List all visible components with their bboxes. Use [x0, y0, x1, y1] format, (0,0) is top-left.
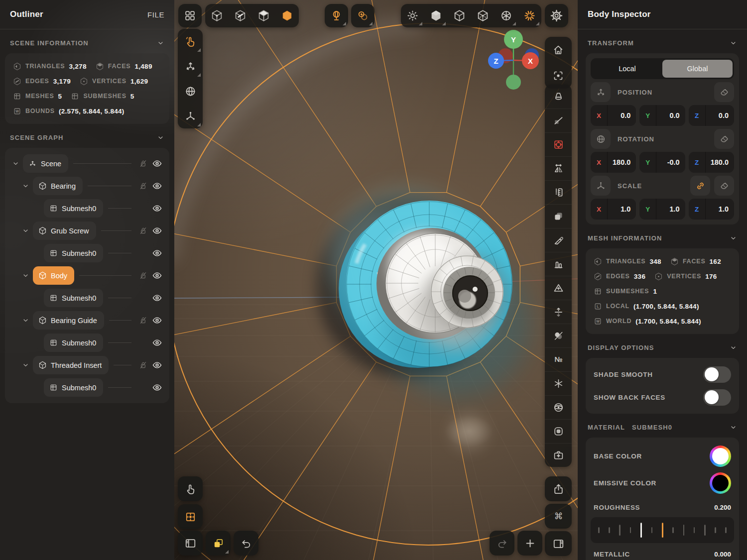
slice-button[interactable]	[545, 109, 572, 132]
home-view-button[interactable]	[545, 37, 572, 63]
globe-view-button[interactable]	[545, 395, 572, 419]
eye-icon[interactable]	[149, 360, 164, 370]
orientation-gimbal[interactable]: Y Z X	[481, 27, 546, 93]
chevron-down-icon[interactable]	[730, 39, 737, 47]
position-x-field[interactable]: X0.0	[591, 105, 636, 126]
eye-icon[interactable]	[149, 382, 164, 393]
rotation-z-field[interactable]: Z180.0	[689, 152, 734, 173]
eye-icon[interactable]	[149, 293, 164, 303]
scale-reset-button[interactable]	[714, 176, 734, 196]
eye-icon[interactable]	[149, 203, 164, 214]
node-grub-screw[interactable]: Grub Screw	[33, 222, 96, 240]
numbering-button[interactable]: №	[545, 347, 572, 371]
mirror-button[interactable]	[545, 156, 572, 180]
position-z-field[interactable]: Z0.0	[689, 105, 734, 126]
space-local-option[interactable]: Local	[592, 60, 662, 78]
scale-tool-button[interactable]	[178, 104, 203, 128]
lathe-button[interactable]	[545, 85, 572, 109]
eye-icon[interactable]	[149, 337, 164, 348]
chevron-down-icon[interactable]	[22, 317, 29, 324]
snap-button[interactable]	[178, 504, 203, 529]
chevron-down-icon[interactable]	[157, 134, 164, 141]
chevron-down-icon[interactable]	[22, 361, 29, 369]
axis-neg-y-dot[interactable]	[506, 75, 521, 90]
select-edge-button[interactable]	[229, 4, 252, 27]
show-back-faces-toggle[interactable]	[703, 389, 731, 406]
shortcuts-button[interactable]: ⌘	[545, 504, 572, 529]
chevron-down-icon[interactable]	[22, 227, 29, 234]
position-reset-button[interactable]	[714, 82, 734, 102]
move-tool-button[interactable]	[178, 54, 203, 79]
extrude-button[interactable]	[545, 300, 572, 324]
lock-slash-icon[interactable]	[136, 226, 149, 235]
node-submesh0[interactable]: Submesh0	[44, 199, 103, 218]
file-button[interactable]: FILE	[147, 10, 164, 19]
position-y-field[interactable]: Y0.0	[639, 105, 685, 126]
repair-button[interactable]	[545, 443, 572, 467]
node-bearing[interactable]: Bearing	[33, 177, 83, 195]
measure-button[interactable]	[545, 180, 572, 204]
node-body[interactable]: Body	[33, 266, 74, 285]
select-face-button[interactable]	[252, 4, 275, 27]
wireframe-view-button[interactable]	[448, 4, 471, 27]
scale-z-field[interactable]: Z1.0	[689, 199, 734, 220]
material-preview-button[interactable]	[545, 419, 572, 443]
eye-icon[interactable]	[149, 270, 164, 281]
rotation-reset-button[interactable]	[714, 129, 734, 149]
shaded-view-button[interactable]	[424, 4, 448, 27]
chevron-down-icon[interactable]	[730, 234, 737, 242]
orbit-globe-button[interactable]	[325, 4, 348, 27]
axis-button[interactable]	[545, 371, 572, 395]
roughness-slider[interactable]	[591, 517, 734, 543]
eye-icon[interactable]	[149, 225, 164, 236]
base-color-swatch[interactable]	[710, 446, 731, 467]
chevron-down-icon[interactable]	[730, 344, 737, 351]
align-button[interactable]	[545, 252, 572, 276]
duplicate-mode-button[interactable]	[206, 531, 231, 556]
pivot-target-button[interactable]	[545, 132, 572, 156]
scale-x-field[interactable]: X1.0	[591, 199, 636, 220]
undo-button[interactable]	[234, 531, 258, 556]
chevron-down-icon[interactable]	[157, 39, 164, 47]
toggle-right-panel-button[interactable]	[545, 531, 572, 556]
node-submesh0[interactable]: Submesh0	[44, 244, 103, 262]
chevron-down-icon[interactable]	[730, 424, 737, 431]
add-object-button[interactable]	[517, 531, 542, 556]
rotation-y-field[interactable]: Y-0.0	[639, 152, 685, 173]
shade-smooth-toggle[interactable]	[703, 366, 731, 383]
node-submesh0[interactable]: Submesh0	[44, 289, 103, 307]
eye-icon[interactable]	[149, 315, 164, 326]
pan-mode-button[interactable]	[178, 476, 203, 501]
select-vertex-button[interactable]	[205, 4, 229, 27]
node-submesh0[interactable]: Submesh0	[44, 334, 103, 352]
rotation-x-field[interactable]: X180.0	[591, 152, 636, 173]
node-submesh0[interactable]: Submesh0	[44, 378, 103, 397]
lock-slash-icon[interactable]	[136, 159, 149, 168]
emission-button[interactable]	[518, 4, 541, 27]
rotate-tool-button[interactable]	[178, 79, 203, 104]
light-button[interactable]	[401, 4, 424, 27]
settings-button[interactable]	[545, 4, 568, 27]
add-primitive-button[interactable]	[545, 276, 572, 300]
boolean-button[interactable]	[545, 324, 572, 347]
space-global-option[interactable]: Global	[662, 60, 733, 78]
redo-button[interactable]	[490, 531, 514, 556]
camera-effects-button[interactable]	[495, 4, 518, 27]
emissive-color-swatch[interactable]	[710, 472, 731, 494]
viewport-3d[interactable]: Y Z X № ⌘	[174, 0, 578, 560]
scale-y-field[interactable]: Y1.0	[639, 199, 685, 220]
select-tool-button[interactable]	[178, 29, 203, 54]
lock-slash-icon[interactable]	[136, 181, 149, 191]
lock-slash-icon[interactable]	[136, 316, 149, 325]
node-bearing-guide[interactable]: Bearing Guide	[33, 311, 104, 330]
share-button[interactable]	[545, 476, 572, 501]
layers-button[interactable]	[545, 204, 572, 228]
eye-icon[interactable]	[149, 248, 164, 258]
node-scene[interactable]: Scene	[23, 154, 68, 173]
chevron-down-icon[interactable]	[22, 272, 29, 279]
eye-icon[interactable]	[149, 181, 164, 191]
select-solid-button[interactable]	[275, 4, 299, 27]
knife-button[interactable]	[545, 228, 572, 252]
layout-grid-button[interactable]	[178, 4, 202, 27]
xray-view-button[interactable]	[471, 4, 495, 27]
